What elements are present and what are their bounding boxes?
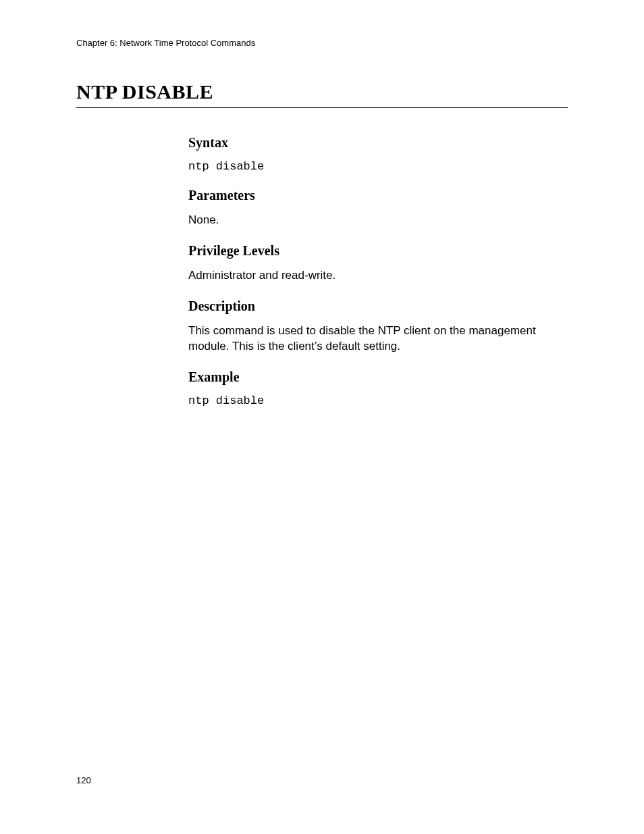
privilege-text: Administrator and read-write. [188, 268, 568, 284]
heading-description: Description [188, 298, 568, 314]
heading-parameters: Parameters [188, 188, 568, 203]
heading-syntax: Syntax [188, 135, 568, 151]
parameters-text: None. [188, 213, 568, 228]
page: Chapter 6: Network Time Protocol Command… [0, 0, 644, 834]
running-header: Chapter 6: Network Time Protocol Command… [76, 38, 568, 48]
example-code: ntp disable [188, 394, 568, 407]
title-block: NTP DISABLE [76, 80, 568, 108]
body-column: Syntax ntp disable Parameters None. Priv… [188, 135, 568, 407]
heading-example: Example [188, 369, 568, 385]
description-text: This command is used to disable the NTP … [188, 323, 568, 355]
page-title: NTP DISABLE [76, 80, 568, 103]
heading-privilege-levels: Privilege Levels [188, 243, 568, 259]
syntax-code: ntp disable [188, 160, 568, 173]
page-number: 120 [76, 775, 91, 785]
